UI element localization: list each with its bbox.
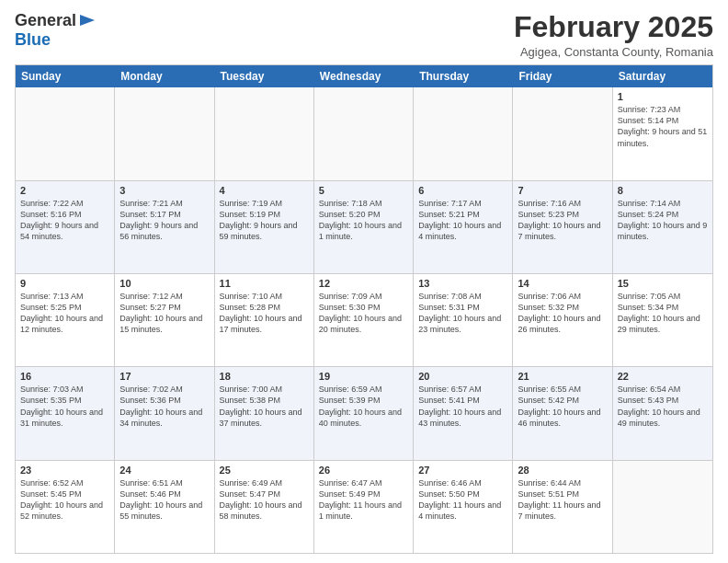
day-number: 9 (20, 278, 109, 289)
calendar-day-cell: 9Sunrise: 7:13 AM Sunset: 5:25 PM Daylig… (16, 274, 115, 366)
calendar-day-cell (16, 87, 115, 179)
day-of-week-header: Wednesday (314, 65, 414, 87)
day-number: 15 (618, 278, 708, 289)
day-info: Sunrise: 7:21 AM Sunset: 5:17 PM Dayligh… (119, 198, 209, 243)
day-info: Sunrise: 6:44 AM Sunset: 5:51 PM Dayligh… (518, 477, 607, 523)
day-number: 18 (220, 371, 309, 382)
calendar-header: SundayMondayTuesdayWednesdayThursdayFrid… (16, 65, 712, 87)
day-of-week-header: Friday (513, 65, 612, 87)
day-info: Sunrise: 6:51 AM Sunset: 5:46 PM Dayligh… (119, 477, 209, 523)
day-info: Sunrise: 6:54 AM Sunset: 5:43 PM Dayligh… (618, 384, 708, 429)
calendar-day-cell (414, 87, 513, 179)
calendar-week-row: 9Sunrise: 7:13 AM Sunset: 5:25 PM Daylig… (16, 274, 712, 367)
day-of-week-header: Thursday (414, 65, 513, 87)
calendar-day-cell (314, 87, 414, 179)
day-number: 7 (518, 185, 607, 196)
calendar-day-cell: 27Sunrise: 6:46 AM Sunset: 5:50 PM Dayli… (414, 461, 513, 553)
calendar-day-cell: 15Sunrise: 7:05 AM Sunset: 5:34 PM Dayli… (613, 274, 712, 366)
day-number: 16 (20, 371, 109, 382)
day-number: 12 (319, 278, 408, 289)
day-info: Sunrise: 7:08 AM Sunset: 5:31 PM Dayligh… (418, 291, 507, 336)
calendar: SundayMondayTuesdayWednesdayThursdayFrid… (15, 64, 713, 554)
calendar-day-cell: 17Sunrise: 7:02 AM Sunset: 5:36 PM Dayli… (115, 367, 214, 459)
day-number: 6 (418, 185, 507, 196)
calendar-week-row: 2Sunrise: 7:22 AM Sunset: 5:16 PM Daylig… (16, 181, 712, 274)
day-info: Sunrise: 6:59 AM Sunset: 5:39 PM Dayligh… (319, 384, 408, 429)
day-number: 22 (618, 371, 708, 382)
day-info: Sunrise: 7:18 AM Sunset: 5:20 PM Dayligh… (319, 198, 408, 243)
day-number: 3 (119, 185, 209, 196)
calendar-week-row: 16Sunrise: 7:03 AM Sunset: 5:35 PM Dayli… (16, 367, 712, 460)
day-number: 24 (119, 465, 209, 476)
day-info: Sunrise: 7:13 AM Sunset: 5:25 PM Dayligh… (20, 291, 109, 336)
day-info: Sunrise: 6:57 AM Sunset: 5:41 PM Dayligh… (418, 384, 507, 429)
day-number: 26 (319, 465, 408, 476)
calendar-day-cell: 28Sunrise: 6:44 AM Sunset: 5:51 PM Dayli… (513, 461, 612, 553)
day-number: 14 (518, 278, 607, 289)
calendar-day-cell: 19Sunrise: 6:59 AM Sunset: 5:39 PM Dayli… (314, 367, 414, 459)
day-number: 4 (220, 185, 309, 196)
day-info: Sunrise: 7:16 AM Sunset: 5:23 PM Dayligh… (518, 198, 607, 243)
day-of-week-header: Monday (115, 65, 214, 87)
calendar-day-cell: 13Sunrise: 7:08 AM Sunset: 5:31 PM Dayli… (414, 274, 513, 366)
day-number: 5 (319, 185, 408, 196)
day-number: 19 (319, 371, 408, 382)
day-number: 23 (20, 465, 109, 476)
calendar-day-cell: 2Sunrise: 7:22 AM Sunset: 5:16 PM Daylig… (16, 181, 115, 273)
day-info: Sunrise: 7:10 AM Sunset: 5:28 PM Dayligh… (220, 291, 309, 336)
day-number: 21 (518, 371, 607, 382)
calendar-week-row: 1Sunrise: 7:23 AM Sunset: 5:14 PM Daylig… (16, 87, 712, 180)
calendar-day-cell: 20Sunrise: 6:57 AM Sunset: 5:41 PM Dayli… (414, 367, 513, 459)
calendar-day-cell (513, 87, 612, 179)
day-info: Sunrise: 6:55 AM Sunset: 5:42 PM Dayligh… (518, 384, 607, 429)
calendar-day-cell: 23Sunrise: 6:52 AM Sunset: 5:45 PM Dayli… (16, 461, 115, 553)
calendar-day-cell: 3Sunrise: 7:21 AM Sunset: 5:17 PM Daylig… (115, 181, 214, 273)
calendar-day-cell: 4Sunrise: 7:19 AM Sunset: 5:19 PM Daylig… (215, 181, 314, 273)
day-info: Sunrise: 6:46 AM Sunset: 5:50 PM Dayligh… (418, 477, 507, 523)
calendar-day-cell: 26Sunrise: 6:47 AM Sunset: 5:49 PM Dayli… (314, 461, 414, 553)
day-info: Sunrise: 6:52 AM Sunset: 5:45 PM Dayligh… (20, 477, 109, 523)
header: General Blue February 2025 Agigea, Const… (15, 11, 713, 59)
calendar-body: 1Sunrise: 7:23 AM Sunset: 5:14 PM Daylig… (16, 87, 712, 553)
calendar-day-cell: 24Sunrise: 6:51 AM Sunset: 5:46 PM Dayli… (115, 461, 214, 553)
page: General Blue February 2025 Agigea, Const… (0, 0, 728, 563)
day-info: Sunrise: 7:14 AM Sunset: 5:24 PM Dayligh… (618, 198, 708, 243)
calendar-day-cell: 18Sunrise: 7:00 AM Sunset: 5:38 PM Dayli… (215, 367, 314, 459)
day-info: Sunrise: 7:22 AM Sunset: 5:16 PM Dayligh… (20, 198, 109, 243)
calendar-day-cell: 8Sunrise: 7:14 AM Sunset: 5:24 PM Daylig… (613, 181, 712, 273)
day-of-week-header: Tuesday (215, 65, 314, 87)
day-number: 25 (220, 465, 309, 476)
calendar-day-cell: 11Sunrise: 7:10 AM Sunset: 5:28 PM Dayli… (215, 274, 314, 366)
day-number: 27 (418, 465, 507, 476)
logo: General Blue (15, 11, 98, 50)
day-number: 8 (618, 185, 708, 196)
logo-blue-text: Blue (15, 30, 51, 50)
calendar-week-row: 23Sunrise: 6:52 AM Sunset: 5:45 PM Dayli… (16, 461, 712, 553)
day-info: Sunrise: 7:02 AM Sunset: 5:36 PM Dayligh… (119, 384, 209, 429)
day-number: 11 (220, 278, 309, 289)
day-of-week-header: Sunday (16, 65, 115, 87)
calendar-day-cell: 5Sunrise: 7:18 AM Sunset: 5:20 PM Daylig… (314, 181, 414, 273)
day-number: 28 (518, 465, 607, 476)
calendar-day-cell: 1Sunrise: 7:23 AM Sunset: 5:14 PM Daylig… (613, 87, 712, 179)
day-number: 10 (119, 278, 209, 289)
calendar-day-cell: 21Sunrise: 6:55 AM Sunset: 5:42 PM Dayli… (513, 367, 612, 459)
calendar-day-cell: 16Sunrise: 7:03 AM Sunset: 5:35 PM Dayli… (16, 367, 115, 459)
day-info: Sunrise: 6:49 AM Sunset: 5:47 PM Dayligh… (220, 477, 309, 523)
logo-flag-icon (78, 13, 98, 29)
calendar-day-cell: 14Sunrise: 7:06 AM Sunset: 5:32 PM Dayli… (513, 274, 612, 366)
month-title: February 2025 (514, 11, 713, 43)
day-info: Sunrise: 7:06 AM Sunset: 5:32 PM Dayligh… (518, 291, 607, 336)
title-section: February 2025 Agigea, Constanta County, … (514, 11, 713, 59)
day-info: Sunrise: 7:23 AM Sunset: 5:14 PM Dayligh… (618, 104, 708, 149)
day-info: Sunrise: 7:03 AM Sunset: 5:35 PM Dayligh… (20, 384, 109, 429)
calendar-day-cell (613, 461, 712, 553)
day-info: Sunrise: 7:19 AM Sunset: 5:19 PM Dayligh… (220, 198, 309, 243)
day-info: Sunrise: 7:00 AM Sunset: 5:38 PM Dayligh… (220, 384, 309, 429)
calendar-day-cell: 12Sunrise: 7:09 AM Sunset: 5:30 PM Dayli… (314, 274, 414, 366)
day-info: Sunrise: 6:47 AM Sunset: 5:49 PM Dayligh… (319, 477, 408, 523)
location: Agigea, Constanta County, Romania (514, 45, 713, 59)
day-number: 1 (618, 91, 708, 102)
day-info: Sunrise: 7:09 AM Sunset: 5:30 PM Dayligh… (319, 291, 408, 336)
calendar-day-cell: 7Sunrise: 7:16 AM Sunset: 5:23 PM Daylig… (513, 181, 612, 273)
